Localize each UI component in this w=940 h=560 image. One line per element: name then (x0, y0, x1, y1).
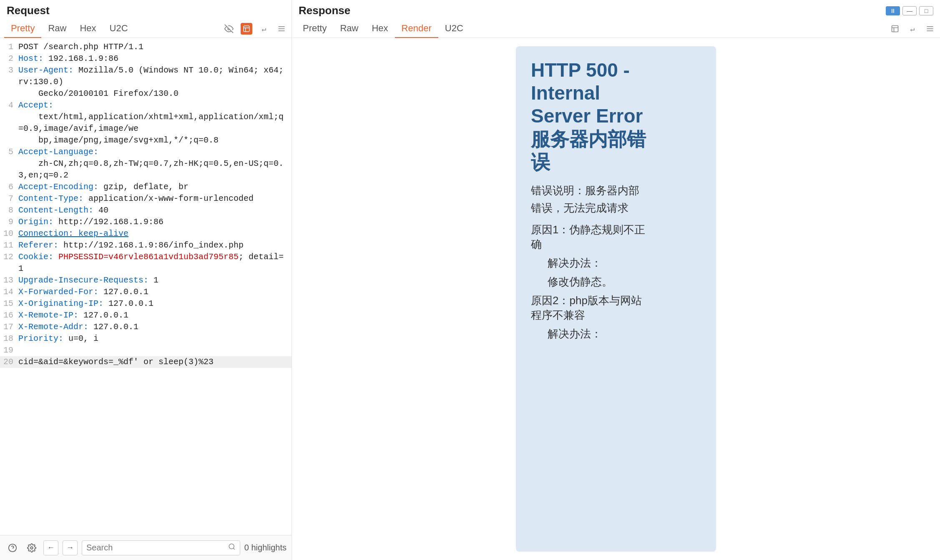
minimize-button[interactable]: — (902, 6, 917, 15)
pause-button[interactable]: ⏸ (886, 6, 900, 15)
eye-slash-icon[interactable] (223, 23, 235, 35)
request-bottom-bar: ← → 0 highlights (0, 535, 292, 560)
forward-arrow[interactable]: → (63, 540, 78, 555)
code-line-3: 3 User-Agent: Mozilla/5.0 (Windows NT 10… (0, 65, 292, 100)
tab-raw-request[interactable]: Raw (41, 20, 73, 38)
error-title: HTTP 500 -InternalServer Error服务器内部错误 (531, 59, 701, 174)
window-controls: ⏸ — □ (886, 6, 933, 15)
code-line-15: 15 X-Originating-IP: 127.0.0.1 (0, 298, 292, 310)
svg-point-7 (30, 547, 33, 549)
error-solution-2-label: 解决办法： (548, 327, 701, 341)
tab-raw-response[interactable]: Raw (333, 20, 365, 38)
response-content: HTTP 500 -InternalServer Error服务器内部错误 错误… (292, 38, 940, 560)
code-line-1: 1 POST /search.php HTTP/1.1 (0, 41, 292, 53)
code-line-10: 10 Connection: keep-alive (0, 228, 292, 240)
search-icon[interactable] (228, 543, 236, 552)
request-tab-icons: ↵ (223, 23, 287, 35)
error-cause-1: 原因1：伪静态规则不正确 (531, 222, 701, 252)
code-line-5: 5 Accept-Language: zh-CN,zh;q=0.8,zh-TW;… (0, 146, 292, 181)
error-cause-2: 原因2：php版本与网站程序不兼容 (531, 293, 701, 322)
code-line-19: 19 (0, 345, 292, 356)
code-line-7: 7 Content-Type: application/x-www-form-u… (0, 193, 292, 205)
request-code-area: 1 POST /search.php HTTP/1.1 2 Host: 192.… (0, 38, 292, 535)
menu-icon[interactable] (276, 23, 287, 35)
tab-pretty-request[interactable]: Pretty (4, 20, 41, 38)
response-header: Response (299, 4, 350, 17)
code-line-12: 12 Cookie: PHPSESSID=v46rvle861a1vd1ub3a… (0, 251, 292, 275)
main-container: Request Pretty Raw Hex U2C (0, 0, 940, 560)
code-line-20: 20 cid=&aid=&keywords=_%df' or sleep(3)%… (0, 356, 292, 368)
code-line-11: 11 Referer: http://192.168.1.9:86/info_i… (0, 240, 292, 251)
svg-point-8 (229, 544, 234, 549)
error-card: HTTP 500 -InternalServer Error服务器内部错误 错误… (516, 46, 716, 552)
code-line-14: 14 X-Forwarded-For: 127.0.0.1 (0, 286, 292, 298)
response-tab-icons: ↵ (889, 23, 936, 35)
back-arrow[interactable]: ← (43, 540, 58, 555)
search-wrap (82, 540, 240, 555)
response-table-icon[interactable] (889, 23, 901, 35)
response-header-row: Response ⏸ — □ (292, 0, 940, 20)
tab-hex-request[interactable]: Hex (73, 20, 103, 38)
code-line-4: 4 Accept: text/html,application/xhtml+xm… (0, 100, 292, 146)
tab-hex-response[interactable]: Hex (365, 20, 395, 38)
request-panel: Request Pretty Raw Hex U2C (0, 0, 292, 560)
response-tabs-bar: Pretty Raw Hex Render U2C ↵ (292, 20, 940, 38)
response-menu-icon[interactable] (924, 23, 936, 35)
error-solution-1-label: 解决办法： (548, 256, 701, 270)
request-header: Request (0, 0, 292, 20)
svg-rect-10 (892, 25, 898, 32)
response-newline-icon[interactable]: ↵ (907, 23, 918, 35)
tab-u2c-request[interactable]: U2C (103, 20, 135, 38)
code-line-6: 6 Accept-Encoding: gzip, deflate, br (0, 181, 292, 193)
tab-render-response[interactable]: Render (395, 20, 438, 38)
code-line-17: 17 X-Remote-Addr: 127.0.0.1 (0, 321, 292, 333)
response-panel: Response ⏸ — □ Pretty Raw Hex Render U2C (292, 0, 940, 560)
code-line-16: 16 X-Remote-IP: 127.0.0.1 (0, 310, 292, 321)
body-icon[interactable] (241, 23, 252, 35)
code-line-9: 9 Origin: http://192.168.1.9:86 (0, 216, 292, 228)
error-desc: 错误说明：服务器内部错误，无法完成请求 (531, 182, 701, 217)
error-solution-1-text: 修改伪静态。 (548, 275, 701, 289)
svg-line-9 (233, 548, 234, 549)
search-input[interactable] (86, 543, 228, 552)
tab-u2c-response[interactable]: U2C (438, 20, 470, 38)
svg-rect-1 (244, 26, 249, 32)
highlights-count: 0 highlights (244, 543, 287, 552)
code-line-13: 13 Upgrade-Insecure-Requests: 1 (0, 275, 292, 286)
request-tabs-bar: Pretty Raw Hex U2C ↵ (0, 20, 292, 38)
tab-pretty-response[interactable]: Pretty (296, 20, 333, 38)
settings-icon[interactable] (24, 540, 39, 555)
help-icon[interactable] (5, 540, 20, 555)
code-line-2: 2 Host: 192.168.1.9:86 (0, 53, 292, 65)
code-line-8: 8 Content-Length: 40 (0, 205, 292, 216)
newline-icon[interactable]: ↵ (258, 23, 270, 35)
maximize-button[interactable]: □ (919, 6, 933, 15)
code-line-18: 18 Priority: u=0, i (0, 333, 292, 345)
